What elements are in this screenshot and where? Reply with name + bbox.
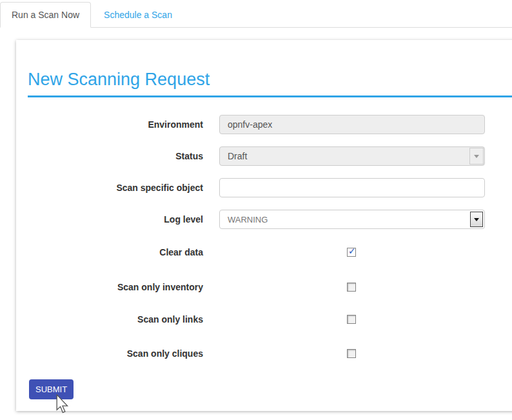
tab-schedule-a-scan[interactable]: Schedule a Scan bbox=[92, 2, 184, 28]
chevron-down-icon bbox=[469, 148, 484, 165]
scan-specific-object-row: Scan specific object bbox=[16, 178, 203, 197]
environment-label: Environment bbox=[16, 115, 203, 134]
log-level-select-value: WARNING bbox=[228, 215, 268, 225]
scan-only-inventory-label: Scan only inventory bbox=[16, 277, 203, 297]
scan-specific-object-label: Scan specific object bbox=[16, 178, 203, 197]
log-level-row: Log level WARNING bbox=[16, 210, 203, 229]
tab-run-a-scan-now[interactable]: Run a Scan Now bbox=[0, 2, 91, 28]
log-level-select[interactable]: WARNING bbox=[219, 210, 485, 229]
scan-only-links-checkbox[interactable] bbox=[347, 315, 356, 324]
tab-bar: Run a Scan Now Schedule a Scan bbox=[0, 0, 512, 28]
environment-field bbox=[219, 115, 485, 134]
scan-form-card: New Scanning Request Environment Status … bbox=[16, 40, 512, 411]
page-title-underline: New Scanning Request bbox=[28, 70, 512, 97]
status-row: Status Draft bbox=[16, 146, 203, 166]
scan-only-links-label: Scan only links bbox=[16, 310, 203, 329]
status-select: Draft bbox=[219, 146, 485, 166]
clear-data-label: Clear data bbox=[16, 243, 203, 262]
clear-data-row: Clear data bbox=[16, 243, 203, 262]
scan-specific-object-input[interactable] bbox=[219, 178, 485, 197]
scan-only-cliques-label: Scan only cliques bbox=[16, 344, 203, 363]
status-label: Status bbox=[16, 146, 203, 166]
scan-only-inventory-row: Scan only inventory bbox=[16, 277, 203, 297]
environment-row: Environment bbox=[16, 115, 203, 134]
scan-only-links-row: Scan only links bbox=[16, 310, 203, 329]
status-select-value: Draft bbox=[228, 151, 247, 161]
chevron-down-icon[interactable] bbox=[470, 212, 483, 227]
scan-only-cliques-checkbox[interactable] bbox=[347, 349, 356, 358]
submit-button[interactable]: SUBMIT bbox=[29, 379, 74, 399]
clear-data-checkbox[interactable] bbox=[347, 248, 356, 257]
scan-only-inventory-checkbox[interactable] bbox=[347, 283, 356, 292]
page-title: New Scanning Request bbox=[28, 70, 512, 90]
log-level-label: Log level bbox=[16, 210, 203, 229]
scan-only-cliques-row: Scan only cliques bbox=[16, 344, 203, 363]
